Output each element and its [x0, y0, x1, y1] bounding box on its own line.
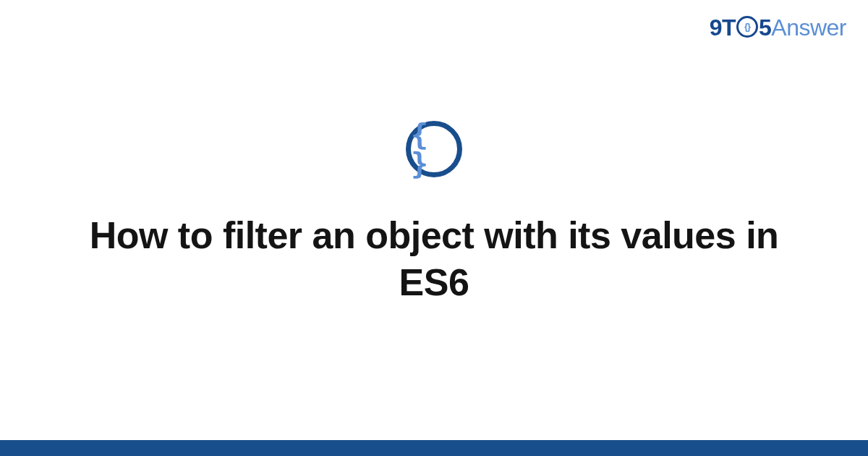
- footer-accent-bar: [0, 440, 868, 456]
- main-content: { } How to filter an object with its val…: [0, 0, 868, 456]
- topic-icon-circle: { }: [406, 121, 462, 177]
- braces-icon: { }: [411, 120, 457, 178]
- page-title: How to filter an object with its values …: [72, 212, 796, 306]
